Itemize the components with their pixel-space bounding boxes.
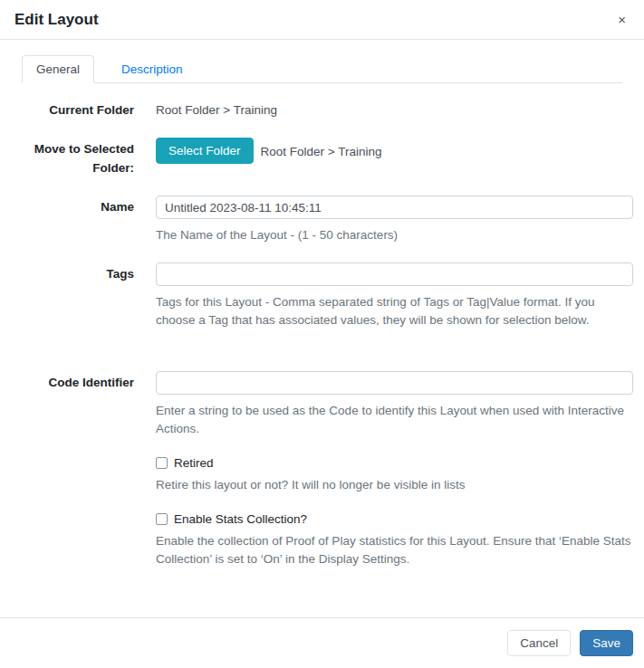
- current-folder-row: Current Folder Root Folder > Training: [22, 99, 622, 119]
- name-label: Name: [22, 196, 134, 244]
- tab-general[interactable]: General: [22, 55, 94, 83]
- tab-bar: General Description: [22, 55, 622, 83]
- edit-layout-form: Current Folder Root Folder > Training Mo…: [22, 99, 622, 568]
- retired-label[interactable]: Retired: [174, 456, 214, 470]
- move-folder-row: Move to Selected Folder: Select Folder R…: [22, 138, 622, 177]
- code-identifier-input[interactable]: [156, 371, 633, 395]
- retired-help-text: Retire this layout or not? It will no lo…: [156, 476, 633, 494]
- tab-description[interactable]: Description: [107, 55, 197, 83]
- stats-collection-label[interactable]: Enable Stats Collection?: [174, 512, 307, 526]
- tags-row: Tags Tags for this Layout - Comma separa…: [22, 262, 622, 329]
- dialog-title: Edit Layout: [14, 11, 99, 29]
- dialog-footer: Cancel Save: [0, 617, 644, 668]
- tags-input[interactable]: [156, 262, 633, 286]
- stats-collection-checkbox[interactable]: [156, 513, 168, 525]
- code-identifier-row: Code Identifier Enter a string to be use…: [22, 371, 622, 438]
- retired-row: Retired Retire this layout or not? It wi…: [22, 456, 622, 494]
- close-icon[interactable]: ×: [614, 13, 630, 26]
- selected-folder-value: Root Folder > Training: [261, 138, 382, 161]
- name-help-text: The Name of the Layout - (1 - 50 charact…: [156, 226, 633, 244]
- name-row: Name The Name of the Layout - (1 - 50 ch…: [22, 196, 622, 244]
- retired-checkbox[interactable]: [156, 457, 168, 469]
- move-folder-label: Move to Selected Folder:: [22, 138, 134, 177]
- edit-layout-dialog: Edit Layout × General Description Curren…: [0, 0, 644, 668]
- current-folder-value: Root Folder > Training: [156, 99, 633, 119]
- stats-collection-help-text: Enable the collection of Proof of Play s…: [156, 532, 633, 568]
- stats-collection-row: Enable Stats Collection? Enable the coll…: [22, 512, 622, 568]
- tags-label: Tags: [22, 262, 134, 329]
- dialog-body: General Description Current Folder Root …: [0, 40, 644, 617]
- save-button[interactable]: Save: [580, 630, 633, 656]
- cancel-button[interactable]: Cancel: [507, 630, 571, 656]
- code-identifier-label: Code Identifier: [22, 371, 134, 438]
- select-folder-button[interactable]: Select Folder: [156, 138, 254, 164]
- code-identifier-help-text: Enter a string to be used as the Code to…: [156, 402, 633, 438]
- name-input[interactable]: [156, 196, 633, 219]
- dialog-header: Edit Layout ×: [0, 0, 644, 40]
- current-folder-label: Current Folder: [22, 99, 134, 119]
- tags-help-text: Tags for this Layout - Comma separated s…: [156, 293, 633, 329]
